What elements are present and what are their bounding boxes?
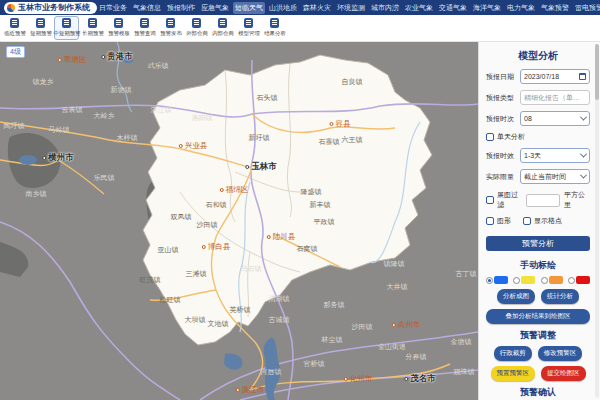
warning-adjust-title: 预警调整 (486, 329, 590, 342)
header-menu-item[interactable]: 气象预警 (539, 2, 571, 14)
warning-adjust-button[interactable]: 修改预警区 (538, 346, 583, 361)
toolbar-item-label: 预警发布 (160, 29, 182, 37)
filter-label: 展图过滤 (497, 190, 522, 210)
map-area[interactable]: 4级 (0, 42, 478, 400)
header-menu-item[interactable]: 海洋气象 (471, 2, 503, 14)
forecast-date-input[interactable]: 2023/07/18 (520, 69, 590, 84)
header-menu-item[interactable]: 预报制作 (165, 2, 197, 14)
chevron-down-icon (580, 151, 587, 158)
manual-plot-buttons: 分析成图统计分析 (486, 289, 590, 304)
forecast-type-input[interactable]: 精细化报告（单天） (520, 90, 590, 105)
color-swatch-3[interactable] (568, 276, 590, 284)
forecast-time-select[interactable]: 08 (520, 111, 590, 126)
warning-analyze-button[interactable]: 预警分析 (486, 236, 590, 251)
color-swatch-1[interactable] (513, 276, 535, 284)
toolbar-item[interactable]: 长期预警 (80, 16, 105, 40)
toolbar-item[interactable]: 预警发布 (158, 16, 183, 40)
toolbar-item[interactable]: 预警查询 (132, 16, 157, 40)
chevron-down-icon (580, 114, 587, 121)
toolbar-item-label: 预警查询 (134, 29, 156, 37)
single-day-checkbox[interactable] (486, 133, 494, 141)
warning-adjust-button[interactable]: 提交绘图区 (541, 366, 586, 381)
forecast-type-label: 预报类型 (486, 93, 516, 103)
color-radio[interactable] (513, 277, 520, 284)
forecast-date-row: 预报日期 2023/07/18 (486, 69, 590, 84)
filter-row: 展图过滤 平方公里 (486, 190, 590, 210)
color-chip (576, 276, 590, 284)
document-icon (10, 18, 19, 28)
color-chip (549, 276, 563, 284)
document-icon (192, 18, 201, 28)
warning-adjust-button[interactable]: 行政裁剪 (494, 346, 532, 361)
single-day-checkbox-row[interactable]: 单天分析 (486, 132, 525, 142)
manual-plot-row: 分析成图统计分析 (486, 289, 590, 304)
header-menu-item[interactable]: 环境监测 (335, 2, 367, 14)
document-icon (36, 18, 45, 28)
graphic-checkbox[interactable] (486, 217, 494, 225)
toolbar-item[interactable]: 模型管理 (236, 16, 261, 40)
header-menu-item[interactable]: 气象信息 (131, 2, 163, 14)
color-chip (521, 276, 535, 284)
manual-plot-button[interactable]: 分析成图 (497, 289, 535, 304)
map-canvas[interactable] (0, 42, 478, 400)
document-icon (62, 18, 71, 28)
overlay-result-button[interactable]: 叠加分析结果到绘图区 (486, 309, 590, 324)
toolbar-item[interactable]: 预警模板 (106, 16, 131, 40)
toolbar-item[interactable]: 中短期预警 (54, 16, 79, 40)
toolbar-item-label: 短期预警 (30, 29, 52, 37)
panel-scrollbar-thumb[interactable] (595, 44, 599, 100)
toolbar-item[interactable]: 短期预警 (28, 16, 53, 40)
document-icon (244, 18, 253, 28)
warning-adjust-row: 预置预警区提交绘图区 (486, 366, 590, 381)
color-swatch-2[interactable] (541, 276, 563, 284)
color-swatch-0[interactable] (486, 276, 508, 284)
top-header: 玉林市业务制作系统 日常业务气象信息预报制作应急气象短临天气山洪地质森林火灾环境… (0, 0, 600, 15)
toolbar-item[interactable]: 内部会商 (210, 16, 235, 40)
grid-checkbox-row[interactable]: 显示格点 (523, 216, 562, 226)
app-logo-icon (7, 4, 15, 12)
lead-time-row: 预报时效 1-3天 (486, 148, 590, 163)
map-zoom-level-badge[interactable]: 4级 (6, 46, 25, 58)
toolbar-item[interactable]: 临近预警 (2, 16, 27, 40)
header-menu-item[interactable]: 森林火灾 (301, 2, 333, 14)
graphic-checkbox-row[interactable]: 图形 (486, 216, 511, 226)
toolbar-item-label: 内部会商 (212, 29, 234, 37)
forecast-time-row: 预报时次 08 (486, 111, 590, 126)
warning-adjust-button[interactable]: 预置预警区 (491, 366, 536, 381)
lead-time-select[interactable]: 1-3天 (520, 148, 590, 163)
document-icon (88, 18, 97, 28)
model-analysis-panel: 模型分析 预报日期 2023/07/18 预报类型 精细化报告（单天） 预报时次… (478, 42, 600, 400)
forecast-time-value: 08 (524, 115, 532, 122)
color-swatch-group (486, 276, 590, 284)
color-radio[interactable] (486, 277, 493, 284)
toolbar-item[interactable]: 结果分析 (262, 16, 287, 40)
document-icon (218, 18, 227, 28)
manual-plot-button[interactable]: 统计分析 (541, 289, 579, 304)
forecast-time-label: 预报时次 (486, 114, 516, 124)
header-menu-item[interactable]: 应急气象 (199, 2, 231, 14)
chevron-down-icon (580, 172, 587, 179)
header-menu-item[interactable]: 短临天气 (233, 2, 265, 14)
forecast-date-label: 预报日期 (486, 72, 516, 82)
header-menu-item[interactable]: 农业气象 (403, 2, 435, 14)
color-radio[interactable] (541, 277, 548, 284)
rainfall-value: 截止当前时间 (524, 172, 566, 182)
header-menu-item[interactable]: 山洪地质 (267, 2, 299, 14)
rainfall-select[interactable]: 截止当前时间 (520, 169, 590, 184)
rainfall-label: 实际雨量 (486, 172, 516, 182)
lead-time-value: 1-3天 (524, 151, 541, 161)
header-menu-item[interactable]: 交通气象 (437, 2, 469, 14)
filter-checkbox[interactable] (486, 196, 494, 204)
toolbar-item[interactable]: 外部会商 (184, 16, 209, 40)
grid-checkbox[interactable] (523, 217, 531, 225)
header-menu-item[interactable]: 日常业务 (97, 2, 129, 14)
forecast-date-value: 2023/07/18 (524, 73, 559, 80)
toolbar-item-label: 临近预警 (4, 29, 26, 37)
header-menu-item[interactable]: 雷电预警 (573, 2, 600, 14)
filter-area-input[interactable] (526, 194, 560, 207)
filter-checkbox-row[interactable]: 展图过滤 (486, 190, 522, 210)
calendar-icon[interactable] (579, 73, 586, 80)
header-menu-item[interactable]: 城市内涝 (369, 2, 401, 14)
color-radio[interactable] (568, 277, 575, 284)
header-menu-item[interactable]: 电力气象 (505, 2, 537, 14)
